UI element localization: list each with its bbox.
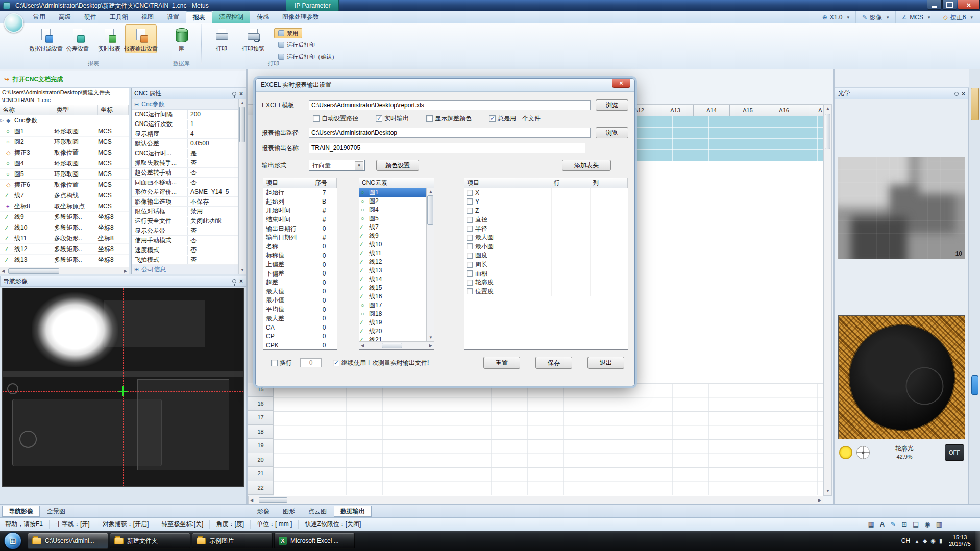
grid-column-header[interactable]: A bbox=[802, 105, 823, 116]
cnc-element-item[interactable]: 圆2 bbox=[359, 197, 426, 206]
report-item-row[interactable]: CA 0 bbox=[263, 323, 337, 332]
ribbon-tab[interactable]: 高级 bbox=[52, 11, 78, 23]
table-row[interactable]: 摆正6 取像位置 MCS bbox=[0, 180, 129, 190]
ribbon-tab[interactable]: 工具箱 bbox=[103, 11, 135, 23]
item-index[interactable]: 0 bbox=[312, 243, 336, 250]
property-row[interactable]: 影像输出选项 不保存 bbox=[132, 197, 238, 207]
field-checkbox[interactable] bbox=[467, 243, 473, 249]
field-checkbox[interactable] bbox=[467, 235, 473, 241]
report-item-row[interactable]: 平均值 0 bbox=[263, 305, 337, 314]
checkbox-icon[interactable] bbox=[313, 115, 320, 122]
elements-header[interactable]: CNC元素 bbox=[359, 178, 434, 188]
cnc-element-item[interactable]: 线16 bbox=[359, 292, 426, 301]
report-item-row[interactable]: 输出日期行 0 bbox=[263, 224, 337, 233]
section-header-company-info[interactable]: ⊞ 公司信息 bbox=[132, 265, 238, 274]
cnc-element-item[interactable]: 线10 bbox=[359, 240, 426, 249]
show-desktop-button[interactable] bbox=[975, 531, 980, 551]
item-index[interactable]: # bbox=[312, 216, 336, 223]
property-row[interactable]: CNC运行时... 是 bbox=[132, 148, 238, 158]
collapsed-panel-tab[interactable] bbox=[971, 88, 979, 120]
scroll-down-icon[interactable]: ▼ bbox=[826, 489, 830, 493]
close-icon[interactable]: × bbox=[239, 278, 243, 284]
statusbar-tool-icon[interactable] bbox=[890, 521, 896, 528]
row-col-header[interactable]: 行 bbox=[551, 178, 590, 188]
dialog-titlebar[interactable]: EXCEL 实时报表输出设置 bbox=[256, 79, 634, 92]
taskbar-button[interactable]: 新建文件夹 bbox=[110, 533, 190, 549]
report-item-row[interactable]: 最小值 0 bbox=[263, 296, 337, 305]
grid-row-header[interactable]: 18 bbox=[248, 425, 274, 439]
ribbon-button[interactable]: 打印 bbox=[206, 24, 237, 53]
field-checkbox[interactable] bbox=[467, 198, 473, 205]
output-name-input[interactable] bbox=[309, 143, 585, 153]
table-row[interactable]: 线11 多段矩形.. 坐标8 bbox=[0, 233, 129, 244]
item-index[interactable]: 0 bbox=[312, 252, 336, 259]
maximize-button[interactable] bbox=[942, 0, 957, 10]
grid-row-header[interactable]: 22 bbox=[248, 481, 274, 495]
property-row[interactable]: 抓取失败转手... 否 bbox=[132, 158, 238, 168]
cnc-element-item[interactable]: 圆4 bbox=[359, 206, 426, 214]
table-row[interactable]: 线10 多段矩形.. 坐标8 bbox=[0, 222, 129, 233]
item-index[interactable]: 0 bbox=[312, 306, 336, 313]
grid-row-header[interactable]: 21 bbox=[248, 467, 274, 481]
property-row[interactable]: 超公差转手动 否 bbox=[132, 168, 238, 178]
property-row[interactable]: 显示公差带 否 bbox=[132, 226, 238, 236]
report-item-row[interactable]: 输出日期列 # bbox=[263, 233, 337, 242]
cnc-element-item[interactable]: 圆18 bbox=[359, 310, 426, 318]
segment-light-icon[interactable] bbox=[856, 446, 870, 459]
cnc-element-item[interactable]: 线19 bbox=[359, 318, 426, 327]
property-row[interactable]: 使用手动模式 否 bbox=[132, 236, 238, 245]
grid-vscrollbar[interactable]: ▲ ▼ bbox=[823, 104, 832, 496]
property-value[interactable]: 200 bbox=[188, 111, 238, 118]
cnc-element-item[interactable]: 线14 bbox=[359, 275, 426, 284]
checkbox-icon[interactable] bbox=[426, 115, 433, 122]
dialog-close-button[interactable]: × bbox=[612, 79, 630, 88]
dock-tab[interactable]: 导航影像 bbox=[2, 506, 40, 517]
output-field-row[interactable]: Y bbox=[464, 197, 628, 207]
field-row-value[interactable] bbox=[551, 215, 590, 224]
scroll-down-icon[interactable]: ▼ bbox=[429, 336, 433, 340]
status-crosshair-toggle[interactable]: 十字线：[开] bbox=[49, 520, 96, 529]
close-icon[interactable]: × bbox=[239, 91, 243, 97]
property-row[interactable]: 飞拍模式 否 bbox=[132, 255, 238, 265]
field-checkbox[interactable] bbox=[467, 262, 473, 268]
document-tab[interactable]: 图形 bbox=[277, 506, 301, 517]
field-col-value[interactable] bbox=[590, 188, 628, 197]
wrap-checkbox[interactable] bbox=[271, 360, 278, 366]
report-item-row[interactable]: 结束时间 # bbox=[263, 215, 337, 224]
ribbon-button[interactable]: 公差设置 bbox=[62, 24, 93, 53]
item-index[interactable]: 0 bbox=[312, 261, 336, 268]
field-col-value[interactable] bbox=[590, 269, 628, 278]
field-checkbox[interactable] bbox=[467, 208, 473, 214]
cnc-element-item[interactable]: 线7 bbox=[359, 223, 426, 232]
ip-parameter-tab[interactable]: IP Parameter bbox=[286, 0, 339, 11]
property-value[interactable]: 否 bbox=[188, 178, 238, 187]
dock-tab[interactable]: 全景图 bbox=[41, 506, 71, 517]
field-col-value[interactable] bbox=[590, 242, 628, 252]
property-row[interactable]: 同面画不移动... 否 bbox=[132, 178, 238, 187]
field-col-value[interactable] bbox=[590, 233, 628, 242]
ribbon-tab[interactable]: 报表 bbox=[186, 11, 212, 23]
scrollbar-thumb[interactable] bbox=[239, 107, 245, 142]
ribbon-tab[interactable]: 图像处理参数 bbox=[276, 11, 326, 23]
field-row-value[interactable] bbox=[551, 188, 590, 197]
cnc-element-item[interactable]: 圆5 bbox=[359, 214, 426, 223]
ribbon-button[interactable]: 打印预览 bbox=[237, 24, 269, 53]
output-field-row[interactable]: X bbox=[464, 188, 628, 197]
property-row[interactable]: 速度模式 否 bbox=[132, 245, 238, 255]
file-panel-hscrollbar[interactable]: ◀ ▶ bbox=[0, 267, 129, 274]
exit-button[interactable]: 退出 bbox=[587, 357, 624, 369]
table-row[interactable]: 圆2 环形取圆 MCS bbox=[0, 137, 129, 147]
statusbar-tool-icon[interactable] bbox=[868, 521, 874, 528]
column-header-type[interactable]: 类型 bbox=[54, 105, 98, 115]
property-value[interactable]: 禁用 bbox=[188, 207, 238, 216]
taskbar-button[interactable]: 示例图片 bbox=[192, 533, 273, 549]
cnc-element-item[interactable]: 线11 bbox=[359, 249, 426, 258]
table-row[interactable]: 坐标8 取坐标原点 MCS bbox=[0, 201, 129, 212]
minimize-button[interactable] bbox=[927, 0, 942, 10]
ribbon-button[interactable]: 数据过滤设置 bbox=[30, 24, 62, 53]
item-index[interactable]: 0 bbox=[312, 225, 336, 232]
cnc-element-item[interactable]: 线9 bbox=[359, 232, 426, 240]
language-indicator[interactable]: CH bbox=[901, 537, 910, 544]
scrollbar-thumb[interactable] bbox=[825, 114, 830, 149]
output-field-row[interactable]: 面积 bbox=[464, 269, 628, 278]
